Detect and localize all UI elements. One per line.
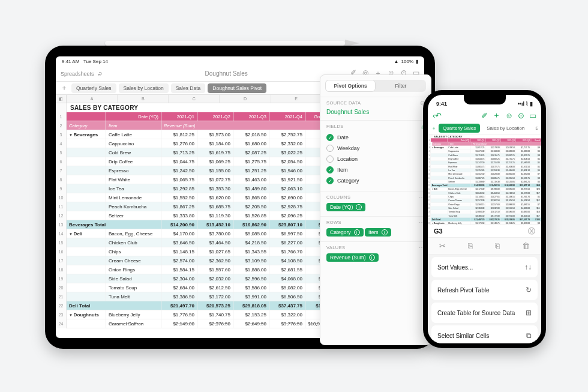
column-head[interactable]: A — [67, 95, 118, 103]
row-number[interactable]: 3 — [56, 130, 67, 139]
columns-label: COLUMNS — [326, 194, 350, 200]
info-icon[interactable]: i — [382, 229, 388, 235]
row-number[interactable]: 11 — [56, 202, 67, 211]
iphone-toolbar: ‹ ↶ ✐ ＋ ☺ ⊙ ▭ — [428, 108, 541, 122]
row-number[interactable]: 1 — [56, 112, 67, 121]
iphone-brush-icon[interactable]: ✐ — [481, 111, 488, 120]
field-toggle[interactable]: ✓Category — [326, 175, 424, 186]
rows-label: ROWS — [326, 220, 341, 225]
row-number[interactable]: 9 — [56, 184, 67, 193]
info-icon[interactable]: i — [354, 229, 360, 235]
segment-pivot-options[interactable]: Pivot Options — [325, 80, 376, 92]
checkbox-icon[interactable]: ✓ — [326, 177, 334, 184]
row-number[interactable]: 4 — [56, 139, 67, 148]
iphone-undo-icon[interactable]: ↶ — [435, 111, 442, 120]
back-button[interactable]: Spreadsheets — [61, 71, 94, 77]
row-number[interactable]: 5 — [56, 148, 67, 157]
source-data-label: SOURCE DATA — [326, 100, 361, 106]
context-menu-item[interactable]: Select Similar Cells⧉ — [431, 325, 538, 343]
info-icon[interactable]: i — [356, 204, 362, 210]
iphone-edit-action-bar: ✂ ⎘ ⎗ 🗑 — [428, 238, 541, 255]
context-menu-item[interactable]: Refresh Pivot Table↻ — [431, 280, 538, 300]
iphone-add-sheet-button[interactable]: ＋ — [431, 125, 436, 131]
wifi-icon: ▲ — [394, 59, 399, 64]
iphone-sheet-tab[interactable]: Quarterly Sales — [439, 124, 480, 133]
row-number[interactable]: 6 — [56, 157, 67, 166]
paste-icon[interactable]: ⎗ — [495, 241, 500, 250]
status-time: 9:41 AM — [62, 59, 79, 64]
iphone-more-icon[interactable]: ⊙ — [518, 111, 524, 120]
iphone-collab-icon[interactable]: ☺ — [505, 111, 513, 120]
cut-icon[interactable]: ✂ — [439, 241, 446, 250]
checkbox-icon[interactable]: ✓ — [326, 134, 334, 141]
sheet-tab[interactable]: Sales Data — [171, 83, 206, 93]
row-number[interactable]: 18 — [56, 265, 67, 274]
iphone-spreadsheet[interactable]: SALES BY CATEGORY1Date (YQ)2021-Q12021-Q… — [428, 134, 541, 225]
pivot-options-panel: Pivot Options Filter SOURCE DATA⊖ Doughn… — [320, 74, 424, 338]
row-number[interactable]: 20 — [56, 283, 67, 292]
row-number[interactable]: 23 — [56, 310, 67, 319]
iphone-plus-icon[interactable]: ＋ — [493, 110, 500, 121]
row-number[interactable]: 21 — [56, 292, 67, 301]
context-menu-item[interactable]: Create Table for Source Data⊞ — [431, 303, 538, 323]
fields-label: FIELDS — [326, 124, 344, 129]
row-number[interactable]: 14 — [56, 229, 67, 238]
context-menu-item[interactable]: Sort Values...↑↓ — [431, 257, 538, 277]
row-number[interactable]: 16 — [56, 247, 67, 256]
menu-item-icon: ⧉ — [526, 331, 532, 340]
column-head[interactable]: D — [220, 95, 271, 103]
source-data-value[interactable]: Doughnut Sales — [326, 109, 424, 115]
row-number[interactable]: 19 — [56, 274, 67, 283]
field-pill[interactable]: Categoryi — [326, 228, 364, 237]
row-number[interactable]: 12 — [56, 211, 67, 220]
checkbox-icon[interactable] — [326, 145, 334, 152]
checkbox-icon[interactable]: ✓ — [326, 166, 334, 173]
field-toggle[interactable]: Weekday — [326, 143, 424, 154]
ipad-status-bar: 9:41 AM Tue Sep 14 ▲ 100% ▮ — [56, 56, 424, 66]
info-icon[interactable]: i — [369, 255, 375, 261]
iphone-context-menu: Sort Values...↑↓Refresh Pivot Table↻Crea… — [428, 255, 541, 343]
undo-icon[interactable]: ↺ — [97, 71, 103, 76]
field-pill[interactable]: Revenue (Sum)i — [326, 253, 379, 262]
row-number[interactable]: 13 — [56, 220, 67, 229]
row-number[interactable]: 24 — [56, 319, 67, 328]
delete-icon[interactable]: 🗑 — [522, 241, 530, 250]
row-number[interactable]: 22 — [56, 301, 67, 310]
field-pill[interactable]: Date (YQ)i — [326, 203, 365, 211]
row-number[interactable] — [56, 103, 67, 112]
copy-icon[interactable]: ⎘ — [468, 241, 473, 250]
clear-cell-icon[interactable]: ⓧ — [528, 226, 535, 237]
segment-filter[interactable]: Filter — [376, 80, 424, 92]
column-head[interactable]: E — [271, 95, 322, 103]
sheet-tab[interactable]: Sales by Location — [119, 83, 169, 93]
menu-item-icon: ↻ — [526, 286, 532, 294]
sheet-tab[interactable]: Doughnut Sales Pivot — [208, 83, 266, 93]
iphone-sheet-tab[interactable]: Sales by Location — [482, 124, 529, 133]
cell-reference: G3 — [434, 228, 443, 235]
iphone-tab-bar: ＋ Quarterly SalesSales by LocationSa — [428, 122, 541, 134]
field-toggle[interactable]: ✓Date — [326, 132, 424, 143]
field-toggle[interactable]: ✓Item — [326, 164, 424, 175]
select-all-corner[interactable]: ◧ — [56, 95, 67, 103]
field-toggle[interactable]: Location — [326, 154, 424, 164]
add-sheet-button[interactable]: ＋ — [59, 83, 69, 93]
iphone-status-icons: ••ıl ⌇ ▮ — [518, 101, 533, 107]
table-row[interactable]: 23DoughnutsBlueberry Jelly$1,776.50$1,74… — [428, 222, 541, 225]
checkbox-icon[interactable] — [326, 155, 334, 163]
row-number[interactable]: 8 — [56, 175, 67, 184]
sheet-tab[interactable]: Quarterly Sales — [71, 83, 116, 93]
column-head[interactable]: C — [169, 95, 220, 103]
row-number[interactable]: 10 — [56, 193, 67, 202]
ipad-device: 9:41 AM Tue Sep 14 ▲ 100% ▮ Spreadsheets… — [45, 46, 435, 349]
battery-icon: ▮ — [416, 59, 418, 64]
panel-segmented-control[interactable]: Pivot Options Filter — [325, 80, 424, 92]
iphone-inspector-icon[interactable]: ▭ — [529, 111, 536, 120]
iphone-sheet-tab[interactable]: Sa — [531, 124, 538, 133]
field-pill[interactable]: Itemi — [365, 228, 391, 237]
row-number[interactable]: 15 — [56, 238, 67, 247]
row-number[interactable]: 2 — [56, 121, 67, 130]
cell-reference-bar: G3 ⓧ — [428, 225, 541, 238]
row-number[interactable]: 7 — [56, 166, 67, 175]
column-head[interactable]: B — [118, 95, 169, 103]
row-number[interactable]: 17 — [56, 256, 67, 265]
